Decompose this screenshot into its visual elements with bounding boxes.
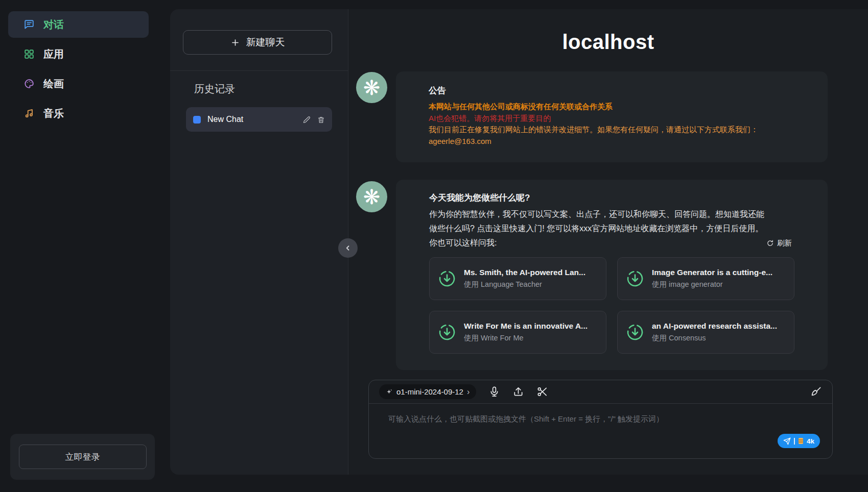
assistant-avatar-openai-icon: ❋ xyxy=(356,181,387,212)
new-chat-label: 新建聊天 xyxy=(246,36,285,49)
login-card: 立即登录 xyxy=(10,434,155,480)
chevron-right-icon: › xyxy=(467,388,470,396)
refresh-label: 刷新 xyxy=(777,238,792,248)
sidebar-item-chat[interactable]: 对话 xyxy=(8,11,149,38)
chat-list-divider xyxy=(170,70,348,71)
welcome-title: 今天我能为您做些什么呢? xyxy=(429,192,794,204)
sparkle-icon xyxy=(386,388,393,396)
sidebar: 对话 应用 绘画 音乐 立即登录 xyxy=(0,0,157,492)
history-item-actions xyxy=(303,116,325,124)
microphone-button[interactable] xyxy=(488,386,500,398)
token-coin-icon xyxy=(798,437,804,445)
suggestion-card[interactable]: Write For Me is an innovative A... 使用 Wr… xyxy=(429,311,606,354)
contact-email-link[interactable]: ageerle@163.com xyxy=(429,136,795,147)
model-selector[interactable]: o1-mini-2024-09-12 › xyxy=(379,384,476,399)
paper-plane-icon xyxy=(783,437,791,445)
palette-icon xyxy=(24,78,35,89)
edit-pencil-icon[interactable] xyxy=(303,116,311,124)
new-chat-button[interactable]: 新建聊天 xyxy=(183,30,332,55)
suggestion-card[interactable]: an AI-powered research assista... 使用 Con… xyxy=(617,311,794,354)
welcome-card: 今天我能为您做些什么呢? 作为你的智慧伙伴，我不仅可以写文案、出点子，还可以和你… xyxy=(396,180,828,370)
refresh-suggestions-button[interactable]: 刷新 xyxy=(766,238,792,248)
message-input[interactable] xyxy=(369,404,832,458)
login-button[interactable]: 立即登录 xyxy=(19,445,147,469)
suggestion-grid: Ms. Smith, the AI-powered Lan... 使用 Lang… xyxy=(429,257,794,354)
announcement-card: 公告 本网站与任何其他公司或商标没有任何关联或合作关系 AI也会犯错。请勿将其用… xyxy=(396,71,828,162)
install-download-icon xyxy=(438,269,456,288)
install-download-icon xyxy=(626,269,644,288)
suggestion-title: Write For Me is an innovative A... xyxy=(464,322,588,331)
chat-color-square-icon xyxy=(193,116,201,124)
install-download-icon xyxy=(626,323,644,341)
suggestion-subtitle: 使用 image generator xyxy=(652,280,772,289)
sidebar-item-label: 对话 xyxy=(43,18,64,32)
suggestion-card[interactable]: Ms. Smith, the AI-powered Lan... 使用 Lang… xyxy=(429,257,606,300)
suggestion-title: an AI-powered research assista... xyxy=(652,322,777,331)
announcement-line-3: 我们目前正在修复我们网站上的错误并改进细节。如果您有任何疑问，请通过以下方式联系… xyxy=(429,124,795,136)
chat-main: localhost ❋ 公告 本网站与任何其他公司或商标没有任何关联或合作关系 … xyxy=(348,9,868,475)
content-shell: 新建聊天 历史记录 New Chat localhost ❋ xyxy=(170,9,868,475)
sidebar-item-label: 应用 xyxy=(43,47,64,61)
sidebar-item-label: 绘画 xyxy=(43,77,64,91)
ask-hint: 你也可以这样问我: xyxy=(429,236,497,250)
token-count-badge: 4k xyxy=(807,437,814,445)
suggestion-subtitle: 使用 Consensus xyxy=(652,333,777,343)
delete-trash-icon[interactable] xyxy=(317,116,325,124)
upload-button[interactable] xyxy=(512,386,524,398)
chat-list-panel: 新建聊天 历史记录 New Chat xyxy=(170,9,348,475)
screenshot-scissors-button[interactable] xyxy=(536,386,548,398)
announcement-line-2: AI也会犯错。请勿将其用于重要目的 xyxy=(429,113,795,125)
page-title: localhost xyxy=(348,31,868,54)
sidebar-item-apps[interactable]: 应用 xyxy=(8,41,149,67)
history-item-title: New Chat xyxy=(207,115,296,124)
welcome-body: 作为你的智慧伙伴，我不仅可以写文案、出点子，还可以和你聊天、回答问题。想知道我还… xyxy=(429,207,770,236)
history-title: 历史记录 xyxy=(194,82,235,96)
suggestion-title: Ms. Smith, the AI-powered Lan... xyxy=(464,268,585,277)
announcement-title: 公告 xyxy=(429,85,795,96)
plus-icon xyxy=(230,38,240,47)
music-note-icon xyxy=(24,108,35,119)
chat-bubble-icon xyxy=(24,19,35,30)
refresh-icon xyxy=(766,239,774,247)
assistant-avatar-openai-icon: ❋ xyxy=(356,72,387,103)
suggestion-title: Image Generator is a cutting-e... xyxy=(652,268,772,277)
apps-grid-icon xyxy=(24,48,35,60)
history-item-new-chat[interactable]: New Chat xyxy=(186,107,332,132)
sidebar-item-drawing[interactable]: 绘画 xyxy=(8,70,149,97)
sidebar-item-music[interactable]: 音乐 xyxy=(8,100,149,127)
sidebar-item-label: 音乐 xyxy=(43,107,64,120)
composer-toolbar: o1-mini-2024-09-12 › xyxy=(369,380,832,404)
suggestion-subtitle: 使用 Language Teacher xyxy=(464,280,585,289)
send-separator xyxy=(794,438,795,445)
install-download-icon xyxy=(438,323,456,341)
suggestion-subtitle: 使用 Write For Me xyxy=(464,333,588,343)
send-button[interactable]: 4k xyxy=(778,434,820,448)
collapse-sidebar-button[interactable] xyxy=(338,238,358,258)
composer: o1-mini-2024-09-12 › xyxy=(368,380,833,459)
suggestion-card[interactable]: Image Generator is a cutting-e... 使用 ima… xyxy=(617,257,794,300)
model-name: o1-mini-2024-09-12 xyxy=(396,387,463,396)
announcement-line-1: 本网站与任何其他公司或商标没有任何关联或合作关系 xyxy=(429,101,795,113)
clear-broom-button[interactable] xyxy=(810,386,822,398)
